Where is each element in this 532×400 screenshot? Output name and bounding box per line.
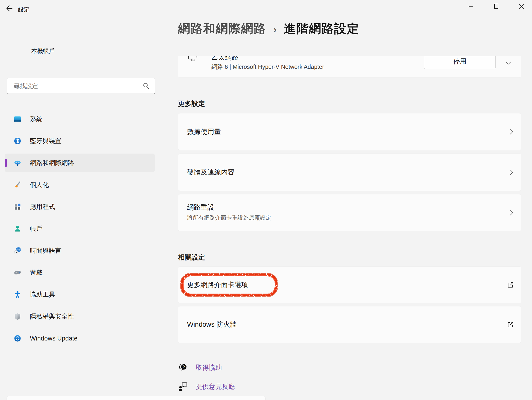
svg-text:?: ?	[183, 365, 185, 369]
app-title: 設定	[18, 6, 29, 13]
sidebar-item-personalization[interactable]: 個人化	[5, 175, 155, 194]
sidebar-item-gaming[interactable]: 遊戲	[5, 263, 155, 282]
accessibility-person-icon	[13, 291, 21, 299]
scroll-viewport[interactable]: 乙太網路 網路 6 | Microsoft Hyper-V Network Ad…	[178, 56, 521, 400]
shield-icon	[13, 312, 21, 320]
back-arrow-icon	[5, 4, 13, 12]
sidebar-item-label: 應用程式	[30, 203, 55, 211]
breadcrumb: 網路和網際網路 › 進階網路設定	[178, 20, 359, 37]
minimize-icon	[469, 4, 474, 9]
card-title: 數據使用量	[187, 127, 221, 137]
titlebar: 設定	[0, 0, 532, 15]
card-title: 更多網路介面卡選項	[187, 280, 248, 290]
paintbrush-icon	[13, 181, 21, 189]
card-title: 硬體及連線內容	[187, 168, 234, 177]
page-title: 進階網路設定	[284, 20, 359, 37]
external-link-icon	[507, 281, 514, 289]
apps-icon	[13, 203, 21, 211]
selected-accent-bar	[5, 159, 7, 167]
chevron-right-icon	[508, 128, 515, 136]
disable-button[interactable]: 停用	[424, 56, 496, 69]
chevron-right-icon	[508, 168, 515, 176]
breadcrumb-separator-icon: ›	[273, 24, 277, 35]
sidebar-item-label: 個人化	[30, 181, 49, 189]
sidebar-item-label: 隱私權與安全性	[30, 312, 74, 321]
get-help-label: 取得協助	[196, 363, 222, 372]
sidebar-item-label: 藍牙與裝置	[30, 137, 61, 145]
bottom-popup-edge	[6, 396, 266, 400]
data-usage-card[interactable]: 數據使用量	[178, 113, 521, 150]
search-input[interactable]	[13, 78, 140, 94]
section-header-more-settings: 更多設定	[178, 99, 521, 108]
wifi-icon	[13, 159, 21, 167]
sidebar-item-label: Windows Update	[30, 335, 77, 342]
maximize-icon	[494, 4, 499, 9]
sidebar-item-system[interactable]: 系統	[5, 110, 155, 128]
sidebar-item-apps[interactable]: 應用程式	[5, 197, 155, 216]
get-help-link[interactable]: ? 取得協助	[178, 362, 276, 373]
sidebar: 本機帳戶 系統 藍牙與裝置	[0, 15, 164, 400]
main-content: 網路和網際網路 › 進階網路設定 乙太網路 網路 6 | Microsoft H…	[178, 15, 521, 400]
sidebar-nav: 系統 藍牙與裝置 網路和網際網路 個人化	[5, 110, 155, 351]
external-link-icon	[507, 321, 514, 329]
person-icon	[13, 225, 21, 233]
card-title: Windows 防火牆	[187, 320, 237, 329]
bluetooth-icon	[13, 137, 21, 145]
section-header-related-settings: 相關設定	[178, 253, 521, 262]
card-title: 網路重設	[187, 203, 214, 212]
help-bubble-icon: ?	[178, 362, 188, 373]
card-subtitle: 將所有網路介面卡重設為原廠設定	[187, 214, 271, 221]
sidebar-item-label: 網路和網際網路	[30, 159, 74, 167]
close-icon	[519, 4, 524, 9]
account-name: 本機帳戶	[31, 47, 55, 55]
close-button[interactable]	[514, 0, 529, 12]
sidebar-item-label: 時間與語言	[30, 246, 61, 255]
breadcrumb-parent[interactable]: 網路和網際網路	[178, 20, 266, 37]
system-icon	[13, 115, 21, 123]
sidebar-item-network[interactable]: 網路和網際網路	[5, 154, 155, 172]
minimize-button[interactable]	[463, 0, 479, 12]
hardware-properties-card[interactable]: 硬體及連線內容	[178, 154, 521, 191]
sidebar-item-accessibility[interactable]: 協助工具	[5, 285, 155, 304]
ethernet-icon	[187, 56, 199, 66]
update-icon	[13, 334, 21, 342]
settings-window: 設定 本機帳戶 系統	[0, 0, 532, 400]
sidebar-item-accounts[interactable]: 帳戶	[5, 219, 155, 238]
sidebar-item-time-language[interactable]: 時間與語言	[5, 241, 155, 260]
sidebar-item-windows-update[interactable]: Windows Update	[5, 329, 155, 348]
more-adapter-options-card[interactable]: 更多網路介面卡選項	[178, 267, 521, 303]
chevron-right-icon	[508, 209, 515, 217]
gamepad-icon	[13, 269, 21, 276]
sidebar-item-privacy[interactable]: 隱私權與安全性	[5, 307, 155, 326]
network-reset-card[interactable]: 網路重設 將所有網路介面卡重設為原廠設定	[178, 194, 521, 231]
windows-firewall-card[interactable]: Windows 防火牆	[178, 306, 521, 343]
window-controls	[453, 0, 529, 12]
give-feedback-label: 提供意見反應	[196, 382, 235, 391]
connection-name: 乙太網路	[211, 56, 238, 62]
sidebar-item-bluetooth[interactable]: 藍牙與裝置	[5, 132, 155, 150]
globe-clock-icon	[13, 247, 21, 255]
chevron-down-icon[interactable]	[504, 59, 513, 67]
footer-links: ? 取得協助 提供意見反應	[178, 362, 521, 393]
feedback-person-icon	[178, 381, 188, 392]
sidebar-item-label: 遊戲	[30, 268, 43, 277]
sidebar-item-label: 協助工具	[30, 290, 55, 299]
connection-details: 網路 6 | Microsoft Hyper-V Network Adapter	[211, 63, 324, 71]
back-button[interactable]	[4, 4, 14, 13]
give-feedback-link[interactable]: 提供意見反應	[178, 381, 276, 393]
search-icon	[142, 82, 150, 90]
sidebar-item-label: 系統	[30, 115, 43, 123]
search-box	[7, 78, 155, 94]
ethernet-connection-card: 乙太網路 網路 6 | Microsoft Hyper-V Network Ad…	[178, 56, 521, 78]
sidebar-item-label: 帳戶	[30, 225, 43, 233]
maximize-button[interactable]	[489, 0, 504, 12]
